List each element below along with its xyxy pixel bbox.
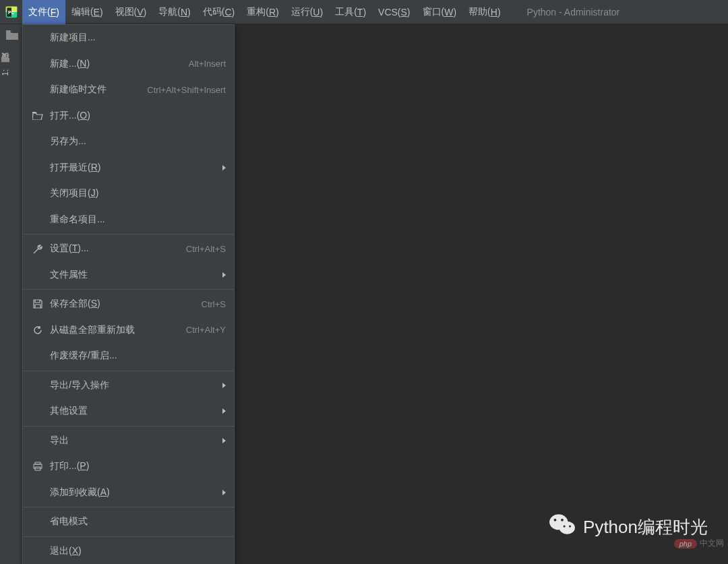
menu-label: 其他设置 xyxy=(50,405,216,417)
menu-label: 重命名项目... xyxy=(50,214,226,226)
menu-window[interactable]: 窗口(W) xyxy=(417,0,463,24)
wrench-icon xyxy=(31,242,44,255)
php-badge-text: 中文网 xyxy=(700,538,724,549)
project-tool-label[interactable]: 1: 项目 xyxy=(0,53,24,79)
menu-item-file-properties[interactable]: 文件属性 xyxy=(23,262,234,288)
menu-separator xyxy=(23,426,234,427)
menu-label: 新建...(N) xyxy=(50,58,182,70)
php-pill: php xyxy=(674,539,697,549)
menu-label: 导出/导入操作 xyxy=(50,379,216,391)
svg-point-12 xyxy=(569,526,571,528)
svg-point-11 xyxy=(564,526,566,528)
menu-item-export[interactable]: 导出 xyxy=(23,428,234,454)
chevron-right-icon xyxy=(222,490,226,495)
menu-separator xyxy=(23,507,234,507)
menu-separator xyxy=(23,289,234,290)
menu-item-scratch[interactable]: 新建临时文件 Ctrl+Alt+Shift+Insert xyxy=(23,77,234,103)
menu-shortcut: Ctrl+Alt+S xyxy=(186,244,226,254)
menu-label: 退出(X) xyxy=(50,545,226,557)
menu-vcs[interactable]: VCS(S) xyxy=(372,0,416,24)
menu-item-settings[interactable]: 设置(T)... Ctrl+Alt+S xyxy=(23,236,234,262)
reload-icon xyxy=(31,323,44,337)
project-tool-icon[interactable] xyxy=(0,24,24,46)
print-icon xyxy=(31,460,44,473)
menu-item-save-as[interactable]: 另存为... xyxy=(23,129,234,155)
open-folder-icon xyxy=(31,109,44,123)
menu-item-close-project[interactable]: 关闭项目(J) xyxy=(23,181,234,207)
svg-point-10 xyxy=(561,519,564,522)
menu-help[interactable]: 帮助(H) xyxy=(462,0,506,24)
menu-shortcut: Ctrl+Alt+Y xyxy=(186,325,226,335)
menu-code[interactable]: 代码(C) xyxy=(197,0,241,24)
menu-label: 新建临时文件 xyxy=(50,84,140,96)
menu-edit[interactable]: 编辑(E) xyxy=(65,0,109,24)
wechat-icon xyxy=(548,511,576,544)
menu-item-export-import[interactable]: 导出/导入操作 xyxy=(23,373,234,399)
menu-label: 打开最近(R) xyxy=(50,162,216,174)
svg-point-9 xyxy=(554,519,557,522)
menu-shortcut: Ctrl+Alt+Shift+Insert xyxy=(147,85,226,95)
menu-label: 另存为... xyxy=(50,135,226,148)
save-icon xyxy=(31,297,44,311)
menu-item-open[interactable]: 打开...(O) xyxy=(23,103,234,129)
left-sidebar: 1: 项目 xyxy=(0,24,24,564)
chevron-right-icon xyxy=(222,272,226,278)
svg-text:PC: PC xyxy=(8,9,14,14)
menubar: PC 文件(F) 编辑(E) 视图(V) 导航(N) 代码(C) 重构(R) 运… xyxy=(0,0,728,24)
pycharm-icon: PC xyxy=(0,0,22,24)
menu-shortcut: Alt+Insert xyxy=(189,59,226,69)
menu-navigate[interactable]: 导航(N) xyxy=(152,0,196,24)
file-dropdown: 新建项目... 新建...(N) Alt+Insert 新建临时文件 Ctrl+… xyxy=(22,24,235,564)
menu-tools[interactable]: 工具(T) xyxy=(329,0,372,24)
menu-item-other-settings[interactable]: 其他设置 xyxy=(23,398,234,425)
menu-label: 作废缓存/重启... xyxy=(50,350,226,362)
menu-item-power-save[interactable]: 省电模式 xyxy=(23,509,234,535)
menu-label: 关闭项目(J) xyxy=(50,187,226,199)
menu-view[interactable]: 视图(V) xyxy=(109,0,153,24)
menu-label: 打开...(O) xyxy=(50,110,226,122)
menu-item-print[interactable]: 打印...(P) xyxy=(23,453,234,480)
menu-item-rename-project[interactable]: 重命名项目... xyxy=(23,207,234,233)
menu-separator xyxy=(23,536,234,537)
chevron-right-icon xyxy=(222,383,226,388)
menu-file[interactable]: 文件(F) xyxy=(22,0,65,24)
menu-item-open-recent[interactable]: 打开最近(R) xyxy=(23,155,234,181)
chevron-right-icon xyxy=(222,408,226,414)
menu-label: 打印...(P) xyxy=(50,460,226,472)
menu-label: 保存全部(S) xyxy=(50,298,195,310)
menu-label: 文件属性 xyxy=(50,269,216,281)
menu-item-save-all[interactable]: 保存全部(S) Ctrl+S xyxy=(23,291,234,317)
menu-item-invalidate-caches[interactable]: 作废缓存/重启... xyxy=(23,343,234,369)
menu-separator xyxy=(23,234,234,234)
chevron-right-icon xyxy=(222,165,226,170)
menu-item-exit[interactable]: 退出(X) xyxy=(23,538,234,565)
menu-label: 省电模式 xyxy=(50,515,226,528)
window-title: Python - Administrator xyxy=(527,7,620,18)
menu-label: 导出 xyxy=(50,435,216,447)
menu-refactor[interactable]: 重构(R) xyxy=(241,0,284,24)
menu-label: 添加到收藏(A) xyxy=(50,487,216,499)
svg-point-8 xyxy=(559,522,575,534)
php-badge: php 中文网 xyxy=(674,538,724,549)
menu-label: 新建项目... xyxy=(50,32,226,44)
menu-separator xyxy=(23,371,234,371)
menu-item-add-to-favorites[interactable]: 添加到收藏(A) xyxy=(23,480,234,506)
menu-label: 设置(T)... xyxy=(50,243,179,255)
menu-item-reload-from-disk[interactable]: 从磁盘全部重新加载 Ctrl+Alt+Y xyxy=(23,317,234,344)
menu-shortcut: Ctrl+S xyxy=(202,299,226,309)
chevron-right-icon xyxy=(222,438,226,443)
menu-label: 从磁盘全部重新加载 xyxy=(50,324,179,336)
menu-item-new[interactable]: 新建...(N) Alt+Insert xyxy=(23,51,234,77)
menu-run[interactable]: 运行(U) xyxy=(285,0,329,24)
watermark-text: Python编程时光 xyxy=(583,515,708,539)
menu-item-new-project[interactable]: 新建项目... xyxy=(23,25,234,51)
